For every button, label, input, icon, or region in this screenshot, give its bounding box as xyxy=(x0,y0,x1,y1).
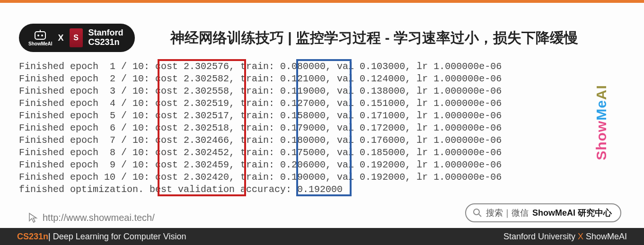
footer-course: CS231n xyxy=(17,232,48,241)
side-part-3: AI xyxy=(593,85,609,100)
search-hint-pill: 搜索｜微信 ShowMeAI 研究中心 xyxy=(465,203,621,222)
url-text: http://www.showmeai.tech/ xyxy=(43,212,155,223)
footer-subtitle: Deep Learning for Computer Vision xyxy=(53,232,186,241)
side-part-2: Me xyxy=(593,100,609,121)
footer-right: Stanford University X ShowMeAI xyxy=(503,232,627,242)
svg-point-2 xyxy=(41,35,43,36)
side-part-1: Show xyxy=(593,121,609,160)
top-accent-bar xyxy=(0,0,644,3)
svg-point-1 xyxy=(37,35,39,36)
footer-left: CS231n| Deep Learning for Computer Visio… xyxy=(17,232,186,242)
footer-univ: Stanford University xyxy=(503,232,575,241)
footer-x: X xyxy=(575,232,586,241)
stanford-shield-icon: S xyxy=(70,28,83,47)
collab-x: X xyxy=(58,33,64,43)
course-code: CS231n xyxy=(88,38,124,47)
svg-point-4 xyxy=(474,209,479,215)
slide-title: 神经网络训练技巧 | 监控学习过程 - 学习速率过小，损失下降缓慢 xyxy=(170,28,606,48)
side-watermark: ShowMeAI xyxy=(593,85,609,160)
svg-rect-0 xyxy=(35,32,45,39)
course-label: Stanford CS231n xyxy=(88,28,124,47)
footer-bar: CS231n| Deep Learning for Computer Visio… xyxy=(0,228,644,245)
search-brand-text: ShowMeAI 研究中心 xyxy=(532,207,612,219)
branding-badge: ShowMeAI X S Stanford CS231n xyxy=(19,24,135,52)
footer-brand: ShowMeAI xyxy=(586,232,627,241)
cursor-icon xyxy=(27,212,39,223)
logo-text: ShowMeAI xyxy=(28,41,53,46)
search-hint-text: 搜索｜微信 xyxy=(486,207,529,219)
search-icon xyxy=(473,208,482,218)
robot-icon xyxy=(33,30,47,41)
training-log: Finished epoch 1 / 10: cost 2.302576, tr… xyxy=(19,61,502,196)
source-url: http://www.showmeai.tech/ xyxy=(27,212,155,223)
showmeai-logo: ShowMeAI xyxy=(28,30,53,46)
footer-sep: | xyxy=(48,232,53,241)
svg-line-5 xyxy=(479,214,481,217)
university-name: Stanford xyxy=(88,28,124,38)
